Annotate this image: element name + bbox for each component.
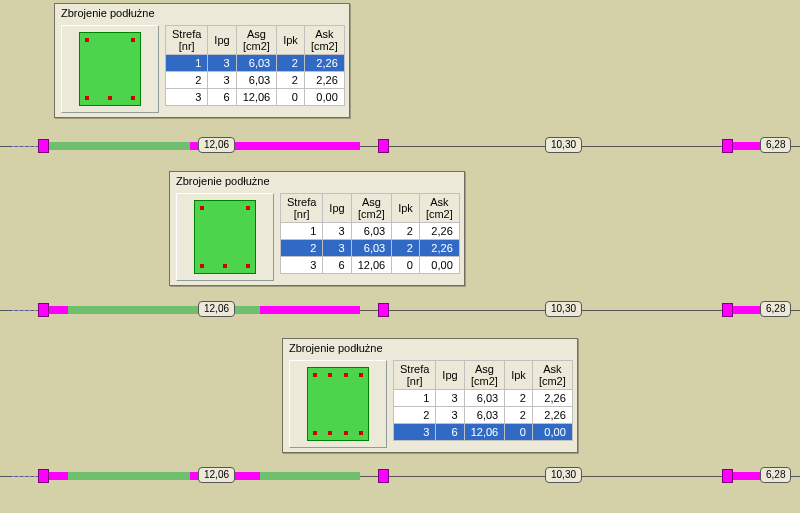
reinforcement-panel: Zbrojenie podłużneStrefa[nr]IpgAsg[cm2]I… xyxy=(282,338,578,453)
table-row[interactable]: 136,0322,26 xyxy=(281,223,460,240)
beam-diagram: 12,0610,306,28 xyxy=(0,140,800,154)
table-row[interactable]: 3612,0600,00 xyxy=(166,89,345,106)
length-tag: 10,30 xyxy=(545,467,582,483)
support-icon xyxy=(378,469,389,483)
table-row[interactable]: 136,0322,26 xyxy=(166,55,345,72)
col-header[interactable]: Ipk xyxy=(392,194,420,223)
length-tag: 10,30 xyxy=(545,301,582,317)
col-header[interactable]: Asg[cm2] xyxy=(236,26,277,55)
col-header[interactable]: Ipk xyxy=(277,26,305,55)
table-row[interactable]: 3612,0600,00 xyxy=(281,257,460,274)
length-tag: 6,28 xyxy=(760,467,791,483)
reinforcement-panel: Zbrojenie podłużneStrefa[nr]IpgAsg[cm2]I… xyxy=(54,3,350,118)
panel-title: Zbrojenie podłużne xyxy=(55,4,349,23)
table-row[interactable]: 136,0322,26 xyxy=(394,390,573,407)
panel-title: Zbrojenie podłużne xyxy=(283,339,577,358)
cross-section-preview xyxy=(176,193,274,281)
support-icon xyxy=(722,469,733,483)
panel-title: Zbrojenie podłużne xyxy=(170,172,464,191)
table-row[interactable]: 236,0322,26 xyxy=(166,72,345,89)
length-tag: 10,30 xyxy=(545,137,582,153)
col-header[interactable]: Ipg xyxy=(323,194,351,223)
reinforcement-panel: Zbrojenie podłużneStrefa[nr]IpgAsg[cm2]I… xyxy=(169,171,465,286)
col-header[interactable]: Ipk xyxy=(505,361,533,390)
support-icon xyxy=(378,303,389,317)
reinforcement-table[interactable]: Strefa[nr]IpgAsg[cm2]IpkAsk[cm2]136,0322… xyxy=(280,193,460,274)
support-icon xyxy=(38,139,49,153)
col-header[interactable]: Asg[cm2] xyxy=(351,194,392,223)
support-icon xyxy=(38,303,49,317)
length-tag: 6,28 xyxy=(760,301,791,317)
support-icon xyxy=(38,469,49,483)
length-tag: 12,06 xyxy=(198,301,235,317)
length-tag: 6,28 xyxy=(760,137,791,153)
col-header[interactable]: Ask[cm2] xyxy=(304,26,344,55)
support-icon xyxy=(378,139,389,153)
col-header[interactable]: Ask[cm2] xyxy=(419,194,459,223)
table-row[interactable]: 236,0322,26 xyxy=(281,240,460,257)
col-header[interactable]: Ask[cm2] xyxy=(532,361,572,390)
table-row[interactable]: 236,0322,26 xyxy=(394,407,573,424)
col-header[interactable]: Strefa[nr] xyxy=(394,361,436,390)
reinforcement-table[interactable]: Strefa[nr]IpgAsg[cm2]IpkAsk[cm2]136,0322… xyxy=(165,25,345,106)
beam-diagram: 12,0610,306,28 xyxy=(0,470,800,484)
cross-section-preview xyxy=(289,360,387,448)
beam-diagram: 12,0610,306,28 xyxy=(0,304,800,318)
col-header[interactable]: Strefa[nr] xyxy=(281,194,323,223)
length-tag: 12,06 xyxy=(198,467,235,483)
col-header[interactable]: Ipg xyxy=(208,26,236,55)
col-header[interactable]: Strefa[nr] xyxy=(166,26,208,55)
reinforcement-table[interactable]: Strefa[nr]IpgAsg[cm2]IpkAsk[cm2]136,0322… xyxy=(393,360,573,441)
support-icon xyxy=(722,139,733,153)
table-row[interactable]: 3612,0600,00 xyxy=(394,424,573,441)
cross-section-preview xyxy=(61,25,159,113)
col-header[interactable]: Ipg xyxy=(436,361,464,390)
col-header[interactable]: Asg[cm2] xyxy=(464,361,505,390)
support-icon xyxy=(722,303,733,317)
length-tag: 12,06 xyxy=(198,137,235,153)
